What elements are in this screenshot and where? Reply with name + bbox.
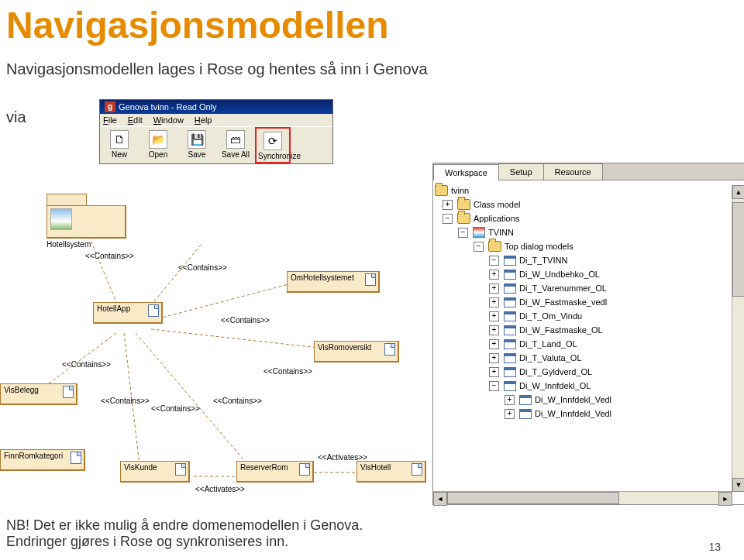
scroll-thumb-h[interactable] xyxy=(447,492,619,504)
tree-item-label: Di_T_Gyldverd_OL xyxy=(519,365,592,379)
tree-item-label: Di_W_Fastmaske_OL xyxy=(519,323,603,337)
sync-icon: ⟳ xyxy=(264,132,282,150)
expand-icon[interactable]: + xyxy=(443,200,453,210)
scroll-right-button[interactable]: ► xyxy=(718,492,732,506)
tree-root[interactable]: tvinn xyxy=(435,184,743,198)
menubar: File Edit Window Help xyxy=(100,114,332,126)
synchronize-button[interactable]: ⟳ Synchronize xyxy=(255,127,291,163)
expand-icon[interactable]: + xyxy=(489,270,499,280)
tree-item[interactable]: +Di_T_Land_OL xyxy=(435,337,743,351)
tree-applications[interactable]: − Applications xyxy=(435,211,743,225)
collapse-icon[interactable]: − xyxy=(443,214,453,224)
dialog-icon xyxy=(504,367,516,377)
edge-label: <<Contains>> xyxy=(85,252,134,260)
saveall-icon: 🗃 xyxy=(226,130,245,149)
collapse-icon[interactable]: − xyxy=(474,242,484,252)
dialog-icon xyxy=(504,256,516,266)
scroll-left-button[interactable]: ◄ xyxy=(433,492,447,506)
tree-item[interactable]: −Di_T_TVINN xyxy=(435,253,743,267)
footnote: NB! Det er ikke mulig å endre domenemode… xyxy=(6,517,363,550)
tree-item-label: Di_T_Valuta_OL xyxy=(519,351,582,365)
tree-item-label: Di_T_Varenummer_OL xyxy=(519,281,607,295)
node-hotellsystem-label: Hotellsystem xyxy=(46,240,126,249)
tab-setup[interactable]: Setup xyxy=(498,163,544,180)
tree-item-label: Di_T_TVINN xyxy=(519,253,567,267)
menu-help[interactable]: Help xyxy=(195,115,212,125)
menu-window[interactable]: Window xyxy=(153,115,184,125)
open-label: Open xyxy=(149,150,167,159)
node-hotellsystem-pkg: Hotellsystem xyxy=(46,194,126,249)
horizontal-scrollbar[interactable]: ◄ ► xyxy=(433,491,732,504)
tree-item[interactable]: +Di_T_Gyldverd_OL xyxy=(435,365,743,379)
tree-item[interactable]: +Di_T_Om_Vindu xyxy=(435,309,743,323)
page-subtitle: Navigasjonsmodellen lages i Rose og hent… xyxy=(6,60,428,78)
dialog-icon xyxy=(504,353,516,363)
collapse-icon[interactable]: − xyxy=(489,256,499,266)
expand-icon[interactable]: + xyxy=(505,409,515,419)
node-finnromkategori-label: FinnRomkategori xyxy=(4,452,63,460)
tree-topdialog[interactable]: − Top dialog models xyxy=(435,239,743,253)
scroll-up-button[interactable]: ▲ xyxy=(732,185,744,199)
save-button[interactable]: 💾 Save xyxy=(177,127,216,163)
expand-icon[interactable]: + xyxy=(489,283,499,294)
tree-item[interactable]: +Di_W_Innfdekl_Vedl xyxy=(435,393,743,407)
tree-tabs: Workspace Setup Resource xyxy=(433,163,744,180)
tree-view[interactable]: tvinn + Class model − Applications − TVI… xyxy=(433,180,744,424)
collapse-icon[interactable]: − xyxy=(489,381,499,391)
tree-item[interactable]: +Di_T_Valuta_OL xyxy=(435,351,743,365)
vertical-scrollbar[interactable]: ▲ ▼ xyxy=(732,185,744,492)
expand-icon[interactable]: + xyxy=(489,325,499,335)
tree-item[interactable]: +Di_W_Innfdekl_Vedl xyxy=(435,407,743,421)
folder-icon xyxy=(457,213,470,224)
scroll-down-button[interactable]: ▼ xyxy=(732,478,744,492)
expand-icon[interactable]: + xyxy=(489,311,499,321)
saveall-button[interactable]: 🗃 Save All xyxy=(216,127,255,163)
tree-item-label: Di_W_Innfdekl_OL xyxy=(519,379,591,393)
tree-root-label: tvinn xyxy=(451,184,469,198)
via-label: via xyxy=(6,108,26,126)
open-button[interactable]: 📂 Open xyxy=(139,127,177,163)
save-icon: 💾 xyxy=(188,130,206,149)
tree-tvinnapp[interactable]: − TVINN xyxy=(435,225,743,239)
tab-workspace[interactable]: Workspace xyxy=(433,164,499,180)
dialog-icon xyxy=(504,297,516,307)
tree-item[interactable]: +Di_W_Fastmaske_vedl xyxy=(435,295,743,309)
doc-icon xyxy=(71,452,81,464)
node-reserverrom: ReserverRom xyxy=(236,461,314,483)
expand-icon[interactable]: + xyxy=(489,339,499,349)
collapse-icon[interactable]: − xyxy=(458,228,468,238)
tree-item[interactable]: +Di_W_Fastmaske_OL xyxy=(435,323,743,337)
new-label: New xyxy=(112,150,127,159)
tree-panel: Workspace Setup Resource tvinn + Class m… xyxy=(432,163,744,505)
footnote-line1: NB! Det er ikke mulig å endre domenemode… xyxy=(6,517,363,533)
expand-icon[interactable]: + xyxy=(489,297,499,307)
tree-item[interactable]: +Di_W_Undbehko_OL xyxy=(435,267,743,281)
edge-label: <<Activates>> xyxy=(195,485,245,493)
node-hotellapp-label: HotellApp xyxy=(97,304,130,313)
tree-applications-label: Applications xyxy=(474,211,519,225)
menu-edit[interactable]: Edit xyxy=(128,115,143,125)
package-image-icon xyxy=(50,208,72,230)
tree-item[interactable]: −Di_W_Innfdekl_OL xyxy=(435,379,743,393)
tree-classmodel-label: Class model xyxy=(474,198,521,211)
new-icon: 🗋 xyxy=(110,130,129,149)
dialog-icon xyxy=(504,270,516,280)
sync-label: Synchronize xyxy=(258,152,301,160)
folder-icon xyxy=(457,199,470,210)
node-visbelegg-label: VisBelegg xyxy=(4,386,39,394)
doc-icon xyxy=(175,463,186,476)
edge-label: <<Contains>> xyxy=(178,263,227,272)
genova-window: g Genova tvinn - Read Only File Edit Win… xyxy=(99,99,333,164)
expand-icon[interactable]: + xyxy=(489,367,499,377)
window-titlebar: g Genova tvinn - Read Only xyxy=(100,100,332,114)
expand-icon[interactable]: + xyxy=(489,353,499,363)
expand-icon[interactable]: + xyxy=(505,395,515,405)
tree-classmodel[interactable]: + Class model xyxy=(435,198,743,211)
scroll-thumb[interactable] xyxy=(732,202,744,297)
tab-resource[interactable]: Resource xyxy=(543,163,603,180)
new-button[interactable]: 🗋 New xyxy=(100,127,139,163)
uml-diagram: Hotellsystem HotellApp OmHotellsystemet … xyxy=(0,194,434,503)
node-visromoversikt-label: VisRomoversikt xyxy=(318,343,371,352)
menu-file[interactable]: File xyxy=(103,115,117,125)
tree-item[interactable]: +Di_T_Varenummer_OL xyxy=(435,281,743,295)
